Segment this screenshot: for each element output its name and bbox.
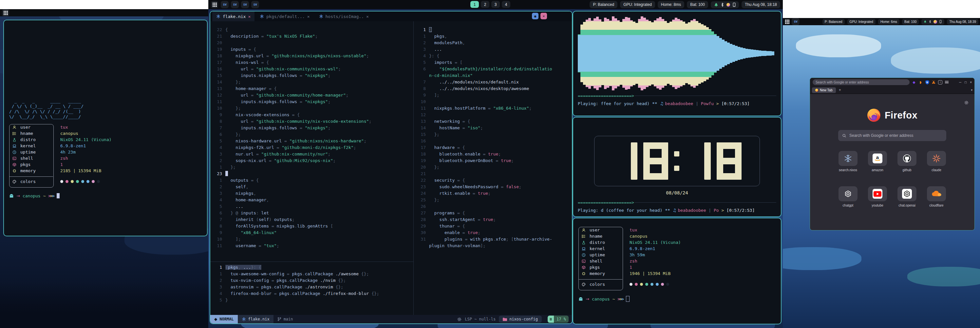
terminal-fetch[interactable]: usertuxhnamecanopusdistroNixOS 24.11 (Vi… — [573, 218, 781, 325]
cava-bar — [591, 21, 593, 86]
darkreader-icon[interactable]: ◗ — [918, 80, 923, 84]
shortcut-amazon[interactable]: aamazon — [868, 151, 887, 172]
cava-bar — [670, 22, 672, 85]
terminal-cava[interactable]: =====================> Playing: ffee for… — [573, 11, 781, 116]
tabline-close-button[interactable]: × — [541, 13, 547, 19]
fetch-label: user — [20, 125, 53, 130]
line-number: 24 — [414, 190, 429, 197]
launcher-button[interactable] — [784, 19, 790, 25]
split-separator-horizontal[interactable] — [210, 261, 414, 262]
bar-clock[interactable]: Thu Aug 08, 18:39 — [947, 19, 978, 25]
workspace-button-3[interactable]: 3 — [491, 1, 500, 8]
color-dots — [622, 283, 669, 286]
launcher-button[interactable] — [2, 9, 9, 16]
shortcut-label: claude — [932, 168, 941, 172]
monitor-left: _ _ _ ____ _____ / \/ \ (_)__ _/ __ \ / … — [0, 9, 208, 328]
tailscale-tree-icon[interactable] — [924, 20, 927, 23]
taskbar-item[interactable]: $W — [792, 18, 800, 25]
personalize-gear-icon[interactable] — [964, 100, 969, 105]
cava-bar — [630, 20, 633, 86]
code-line: 29 thunar = { — [414, 223, 572, 230]
newtab-search-input[interactable]: Search with Google or enter address — [838, 130, 946, 141]
line-number: 10 — [210, 105, 225, 112]
bitwarden-icon[interactable]: B — [925, 80, 929, 84]
firefox-window[interactable]: Search with Google or enter address ◆◗B↑… — [810, 78, 975, 230]
launcher-button[interactable] — [211, 1, 218, 8]
shell-prompt[interactable]: →canopus~>>> — [578, 296, 681, 302]
code-line: 12 url = "github:nix-community/home-mana… — [210, 92, 414, 98]
tab-new-tab[interactable]: New Tab — [812, 87, 836, 93]
code-line: 25 }; — [414, 197, 572, 203]
shell-prompt[interactable]: →canopus~>>> — [9, 193, 112, 198]
tabline-toggle-button[interactable]: ◉ — [532, 13, 538, 19]
line-number: 19 — [210, 46, 225, 53]
tab-close-icon[interactable]: × — [307, 14, 310, 19]
tab-close-icon[interactable]: × — [248, 14, 251, 19]
shortcut-chatgpt[interactable]: chatgpt — [838, 186, 858, 207]
shortcut-youtube[interactable]: youtube — [868, 186, 887, 207]
new-tab-button[interactable]: + — [839, 88, 841, 92]
terminal-left[interactable]: _ _ _ ____ _____ / \/ \ (_)__ _/ __ \ / … — [3, 20, 208, 236]
workspace-button-1[interactable]: 1 — [470, 1, 479, 8]
maximize-button[interactable]: □ — [965, 81, 967, 84]
editor-pane-pkgs[interactable]: 1{pkgs, ...}: {1 tux-awesome-wm-config =… — [210, 262, 414, 303]
tab-label: flake.nix — [223, 14, 246, 19]
shortcut-search-nixos[interactable]: search.nixos — [838, 151, 858, 172]
fetch-label: user — [590, 228, 622, 233]
url-bar[interactable]: Search with Google or enter address — [813, 79, 910, 85]
firefox-navbar: Search with Google or enter address ◆◗B↑… — [810, 78, 974, 86]
bar-clock[interactable]: Thu Aug 08, 18:18 — [741, 1, 780, 8]
neovim-window[interactable]: flake.nix×pkgs/default...×hosts/isoImag.… — [210, 11, 573, 324]
purple-ext-icon[interactable]: ◆ — [912, 80, 916, 84]
cava-bar — [740, 48, 743, 59]
cava-bar — [581, 25, 583, 82]
fetch-label: uptime — [590, 252, 622, 257]
close-button[interactable]: × — [970, 81, 972, 84]
terminal-clock[interactable]: 08/08/24 =====================> Playing:… — [573, 117, 781, 217]
share-icon[interactable]: ↑ — [938, 80, 942, 84]
phone-icon[interactable] — [939, 20, 942, 23]
menu-icon[interactable] — [945, 80, 949, 84]
code-line: 4 home-manager, — [210, 197, 414, 203]
workspace-button-2[interactable]: 2 — [481, 1, 489, 8]
shortcut-claude[interactable]: claude — [927, 151, 946, 172]
tab-label: hosts/isoImag.. — [326, 14, 364, 19]
line-number: 4 — [210, 197, 225, 203]
scroll-percent: ≡17 % — [548, 315, 569, 323]
editor-tab-pkgs-default-[interactable]: pkgs/default...× — [256, 11, 313, 21]
now-playing: Playing: ffee for your head) ** ♫ beabad… — [578, 101, 778, 106]
color-temp-icon[interactable] — [727, 3, 730, 6]
tab-close-icon[interactable]: × — [366, 14, 369, 19]
shortcut-github[interactable]: github — [897, 151, 916, 172]
fetch-label: pkgs — [590, 265, 622, 270]
taskbar-item[interactable]: $W — [241, 1, 249, 8]
metamask-icon[interactable] — [932, 80, 936, 84]
editor-pane-flake[interactable]: 22{21 description = "tux's NixOS Flake";… — [210, 22, 414, 249]
line-number: 7 — [210, 216, 225, 223]
desktop: _ _ _ ____ _____ / \/ \ (_)__ _/ __ \ / … — [0, 0, 980, 328]
taskbar-item[interactable]: $W — [221, 1, 229, 8]
prompt-arrow: → — [585, 296, 589, 301]
list-tabs-chevron-icon[interactable]: ▾ — [971, 89, 972, 92]
bluetooth-icon[interactable] — [929, 20, 932, 23]
chatgpt-icon — [838, 186, 858, 201]
color-temp-icon[interactable] — [934, 20, 937, 24]
minimize-button[interactable]: ─ — [959, 81, 961, 84]
taskbar-item[interactable]: $W — [231, 1, 239, 8]
clock-date: 08/08/24 — [573, 190, 781, 195]
editor-pane-iso[interactable]: 1{1 pkgs,2 modulesPath,3 ...4}: {5 impor… — [414, 22, 572, 249]
bluetooth-icon[interactable] — [721, 3, 724, 7]
shortcut-cloudflare[interactable]: cloudflare — [927, 186, 946, 207]
code-line: 19 inputs = { — [210, 46, 414, 53]
taskbar-item[interactable]: $W — [251, 1, 259, 8]
workspace-button-4[interactable]: 4 — [502, 1, 510, 8]
separator-line: =====================> — [578, 93, 776, 98]
editor-tab-hosts-isoImag-[interactable]: hosts/isoImag..× — [315, 11, 373, 21]
statusbar-modules: P: BalancedGPU: IntegratedHome: 6msBat: … — [822, 19, 978, 25]
fetch-value: canopus — [53, 131, 78, 136]
shortcut-chat-openai[interactable]: chat.openai — [897, 186, 916, 207]
editor-tab-flake-nix[interactable]: flake.nix× — [212, 11, 255, 21]
fetch-row: hnamecanopus — [578, 233, 681, 239]
phone-icon[interactable] — [733, 3, 736, 7]
tailscale-tree-icon[interactable] — [714, 3, 718, 7]
